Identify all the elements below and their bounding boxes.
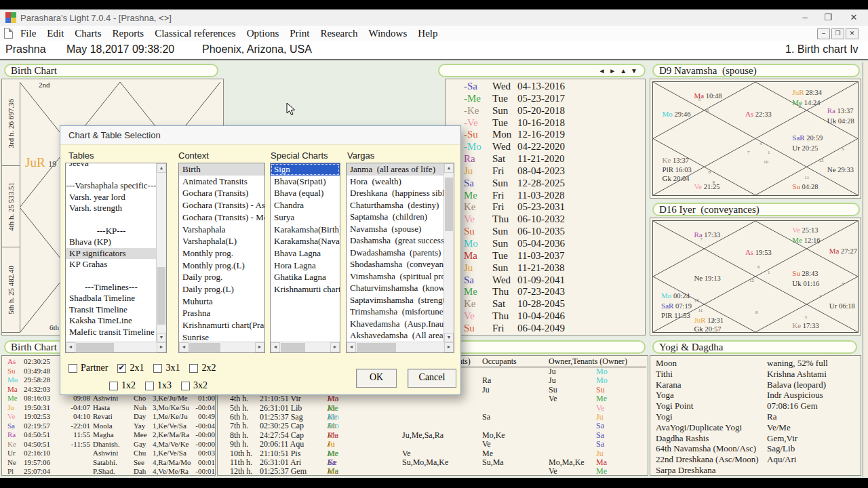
list-item[interactable]: Shadbala Timeline	[66, 293, 157, 304]
checkbox-partner[interactable]: Partner	[68, 363, 108, 373]
menu-item-print[interactable]: Print	[284, 26, 315, 41]
list-item[interactable]: Janma (all areas of life)	[347, 163, 444, 176]
list-item[interactable]: Daily prog.	[179, 271, 264, 283]
list-item[interactable]: Dashamsha (great successes)	[347, 235, 444, 247]
list-item[interactable]: Hora (wealth)	[347, 176, 444, 188]
menu-item-research[interactable]: Research	[315, 26, 363, 41]
mdi-minimize-icon[interactable]: –	[817, 28, 830, 39]
checkbox-1x3[interactable]: 1x3	[145, 380, 172, 391]
scrollbar-thumb[interactable]	[76, 343, 114, 352]
scroll-down-icon[interactable]: ▼	[444, 333, 454, 342]
list-item[interactable]: ---Varshaphala specific---	[66, 180, 157, 192]
list-item[interactable]: ---KP---	[66, 226, 157, 237]
scroll-right-icon[interactable]: ►	[330, 342, 340, 352]
list-item[interactable]: Sign	[271, 163, 340, 176]
list-item[interactable]: Vimshamsha (spiritual progress)	[347, 270, 444, 283]
list-item[interactable]: Daily prog.(L)	[179, 283, 264, 296]
list-item[interactable]: Surya	[271, 211, 340, 224]
checkbox-unchecked-icon[interactable]	[109, 382, 118, 390]
horizontal-scrollbar[interactable]: ◄►	[347, 342, 454, 352]
list-item[interactable]: Muhurta	[179, 296, 264, 308]
list-item[interactable]: Bhava (KP)	[66, 237, 157, 248]
list-item[interactable]: Monthly prog.	[179, 247, 264, 260]
list-item[interactable]: Ghatika Lagna	[271, 271, 340, 283]
checkbox-unchecked-icon[interactable]	[68, 364, 77, 373]
context-listbox[interactable]: BirthAnimated TransitsGochara (Transits)…	[178, 163, 265, 353]
tables-listbox[interactable]: Jeeva ---Varshaphala specific---Varsh. y…	[65, 163, 167, 353]
list-item[interactable]: Kaksha TimeLine	[66, 315, 157, 327]
list-item[interactable]: Birth	[179, 163, 264, 176]
checkbox-unchecked-icon[interactable]	[189, 364, 198, 373]
window-maximize-icon[interactable]: ❒	[816, 11, 840, 24]
menu-item-classical-references[interactable]: Classical references	[149, 26, 241, 41]
menu-item-help[interactable]: Help	[412, 26, 443, 41]
list-item[interactable]: KP Grahas	[66, 259, 157, 270]
scroll-left-icon[interactable]: ◄	[347, 342, 356, 352]
vimshottari-next-icon[interactable]: ►	[609, 67, 617, 75]
list-item[interactable]: Malefic transit Timeline	[66, 327, 157, 338]
checkbox-3x2[interactable]: 3x2	[181, 380, 208, 391]
scroll-up-icon[interactable]: ▲	[444, 163, 454, 173]
list-item[interactable]: Bhava (equal)	[271, 187, 340, 199]
ok-button[interactable]: OK	[356, 369, 397, 388]
list-item[interactable]: Krishnamurti chart(Prashna)	[179, 319, 264, 331]
horizontal-scrollbar[interactable]: ◄►	[179, 342, 264, 352]
menu-item-file[interactable]: File	[15, 26, 41, 41]
checkbox-3x1[interactable]: 3x1	[153, 363, 180, 373]
scrollbar-thumb[interactable]	[189, 343, 220, 352]
menu-item-charts[interactable]: Charts	[69, 26, 106, 41]
window-minimize-icon[interactable]: –	[793, 11, 816, 24]
list-item[interactable]: Varsh. strength	[66, 203, 157, 214]
list-item[interactable]: Chandra	[271, 199, 340, 211]
list-item[interactable]: Trimshamsha (misfortunes)	[347, 306, 444, 318]
menu-item-reports[interactable]: Reports	[107, 26, 150, 41]
list-item[interactable]: Varsh. year lord	[66, 192, 157, 203]
list-item[interactable]: Gochara (Transits)	[179, 187, 264, 199]
checkbox-unchecked-icon[interactable]	[181, 382, 190, 390]
checkbox-unchecked-icon[interactable]	[145, 382, 154, 390]
checkbox-2x1[interactable]: 2x1	[117, 363, 144, 373]
list-item[interactable]: Karakamsha(Navamsha)	[271, 235, 340, 247]
list-item[interactable]: Navamsha (spouse)	[347, 223, 444, 235]
list-item[interactable]: Hora Lagna	[271, 260, 340, 272]
list-item[interactable]: ---Timelines---	[66, 282, 157, 293]
checkbox-checked-icon[interactable]	[117, 364, 126, 373]
scroll-right-icon[interactable]: ►	[157, 342, 166, 352]
list-item[interactable]: Sunrise	[179, 331, 264, 342]
mdi-restore-icon[interactable]: ❐	[831, 28, 844, 39]
list-item[interactable]: Krishnamurti chart	[271, 283, 340, 296]
list-item[interactable]: KP significators	[66, 248, 157, 260]
scroll-up-icon[interactable]: ▲	[157, 163, 166, 173]
list-item[interactable]: Khavedamsha (Ausp.Inauspicious)	[347, 318, 444, 330]
list-item[interactable]: Chaturthamsha (destiny)	[347, 199, 444, 211]
scrollbar-thumb[interactable]	[157, 267, 165, 324]
horizontal-scrollbar[interactable]: ◄►	[66, 342, 166, 352]
vimshottari-down-icon[interactable]: ▼	[631, 67, 639, 75]
scroll-left-icon[interactable]: ◄	[179, 342, 189, 352]
scroll-left-icon[interactable]: ◄	[66, 342, 75, 352]
list-item[interactable]: Dwadashamsha (parents)	[347, 247, 444, 259]
scroll-left-icon[interactable]: ◄	[271, 342, 280, 352]
list-item[interactable]: Varshaphala(L)	[179, 235, 264, 247]
list-item[interactable]: Varshaphala	[179, 224, 264, 236]
dialog-titlebar[interactable]: Chart & Table Selection	[60, 126, 460, 145]
list-item[interactable]: Gochara (Transits) - Asc	[179, 199, 264, 211]
list-item[interactable]: Saptavimshamsha (strength)	[347, 294, 444, 306]
mdi-close-icon[interactable]: ✕	[846, 28, 859, 39]
vargas-listbox[interactable]: Janma (all areas of life)Hora (wealth)Dr…	[346, 163, 454, 353]
scroll-right-icon[interactable]: ►	[255, 342, 264, 352]
scrollbar-thumb[interactable]	[281, 343, 305, 352]
checkbox-2x2[interactable]: 2x2	[189, 363, 216, 373]
menu-item-options[interactable]: Options	[241, 26, 285, 41]
vertical-scrollbar[interactable]: ▲▼	[443, 163, 454, 342]
list-item[interactable]: Monthly prog.(L)	[179, 260, 264, 272]
menu-item-edit[interactable]: Edit	[41, 26, 69, 41]
list-item[interactable]: Karakamsha(Birth)	[271, 224, 340, 236]
list-item[interactable]: Prashna	[179, 307, 264, 319]
list-item[interactable]: Jeeva	[66, 163, 157, 169]
checkbox-unchecked-icon[interactable]	[153, 364, 162, 373]
list-item[interactable]: Shodashamsha (conveyances)	[347, 258, 444, 270]
special-charts-listbox[interactable]: SignBhava(Sripati)Bhava (equal)ChandraSu…	[270, 163, 340, 353]
list-item[interactable]: Gochara (Transits) - Mo	[179, 211, 264, 224]
list-item[interactable]: Saptamsha (children)	[347, 211, 444, 223]
